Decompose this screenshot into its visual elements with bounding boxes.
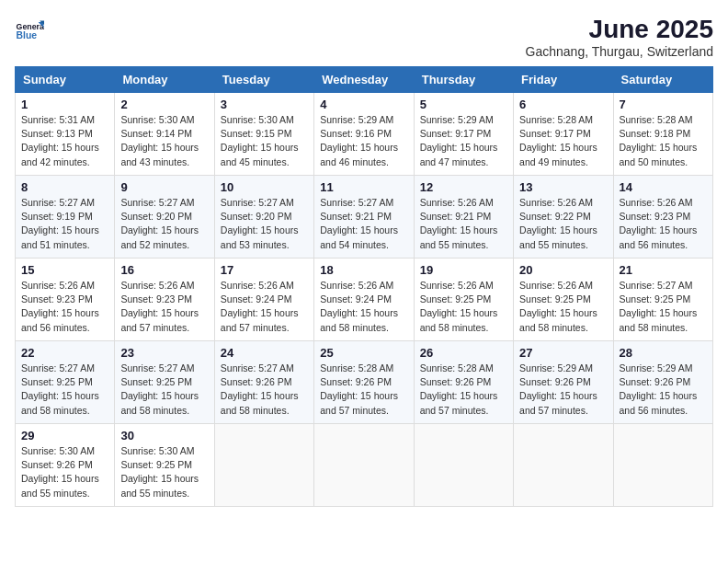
sunset-label: Sunset: 9:25 PM [120,376,192,387]
calendar-cell: 25 Sunrise: 5:28 AM Sunset: 9:26 PM Dayl… [314,341,414,424]
sunset-label: Sunset: 9:20 PM [221,211,292,222]
sunset-label: Sunset: 9:15 PM [221,128,292,139]
calendar-cell: 22 Sunrise: 5:27 AM Sunset: 9:25 PM Dayl… [16,341,115,424]
sunrise-label: Sunrise: 5:26 AM [320,280,393,291]
daylight-label: Daylight: 15 hours [221,142,299,153]
day-info: Sunrise: 5:26 AM Sunset: 9:23 PM Dayligh… [21,279,108,335]
day-info: Sunrise: 5:29 AM Sunset: 9:16 PM Dayligh… [320,113,407,169]
daylight-label: Daylight: 15 hours [420,307,498,318]
day-number: 29 [21,429,108,442]
daylight-minutes: and 45 minutes. [221,156,290,167]
daylight-label: Daylight: 15 hours [519,142,597,153]
daylight-label: Daylight: 15 hours [320,307,398,318]
sunrise-label: Sunrise: 5:28 AM [620,114,693,125]
daylight-minutes: and 54 minutes. [320,239,389,250]
day-number: 15 [21,263,108,277]
day-number: 16 [120,263,208,277]
daylight-minutes: and 58 minutes. [620,322,688,333]
sunset-label: Sunset: 9:25 PM [519,293,591,304]
daylight-minutes: and 55 minutes. [120,488,189,499]
sunrise-label: Sunrise: 5:27 AM [21,362,95,373]
day-info: Sunrise: 5:26 AM Sunset: 9:23 PM Dayligh… [120,279,208,335]
sunrise-label: Sunrise: 5:27 AM [21,197,95,208]
daylight-minutes: and 55 minutes. [420,239,489,250]
calendar-header-row: Sunday Monday Tuesday Wednesday Thursday… [16,67,713,93]
day-number: 11 [320,180,407,194]
sunset-label: Sunset: 9:17 PM [420,128,492,139]
calendar-cell: 19 Sunrise: 5:26 AM Sunset: 9:25 PM Dayl… [414,259,513,341]
daylight-minutes: and 57 minutes. [519,405,588,416]
sunrise-label: Sunrise: 5:28 AM [519,114,593,125]
day-info: Sunrise: 5:26 AM Sunset: 9:23 PM Dayligh… [620,196,707,252]
daylight-minutes: and 58 minutes. [21,405,90,416]
daylight-label: Daylight: 15 hours [320,224,398,236]
daylight-label: Daylight: 15 hours [21,307,99,318]
calendar-cell [214,424,313,507]
daylight-minutes: and 57 minutes. [420,405,489,416]
daylight-label: Daylight: 15 hours [21,224,99,236]
daylight-label: Daylight: 15 hours [519,390,597,401]
sunrise-label: Sunrise: 5:26 AM [221,280,294,291]
svg-text:Blue: Blue [17,30,38,40]
daylight-minutes: and 56 minutes. [620,239,688,250]
day-number: 3 [221,98,308,111]
sunrise-label: Sunrise: 5:27 AM [221,197,294,208]
sunrise-label: Sunrise: 5:29 AM [620,362,693,373]
day-info: Sunrise: 5:29 AM Sunset: 9:17 PM Dayligh… [420,113,507,169]
sunrise-label: Sunrise: 5:27 AM [120,362,194,373]
day-number: 2 [120,98,208,111]
sunset-label: Sunset: 9:21 PM [320,211,392,222]
calendar-table: Sunday Monday Tuesday Wednesday Thursday… [15,66,713,507]
sunrise-label: Sunrise: 5:29 AM [420,114,494,125]
sunset-label: Sunset: 9:25 PM [120,459,192,470]
daylight-minutes: and 56 minutes. [21,322,90,333]
day-info: Sunrise: 5:28 AM Sunset: 9:17 PM Dayligh… [519,113,607,169]
calendar-cell: 29 Sunrise: 5:30 AM Sunset: 9:26 PM Dayl… [16,424,115,507]
location-subtitle: Gachnang, Thurgau, Switzerland [526,44,713,59]
daylight-minutes: and 55 minutes. [21,488,90,499]
sunrise-label: Sunrise: 5:27 AM [221,362,294,373]
daylight-label: Daylight: 15 hours [120,307,199,318]
calendar-cell: 14 Sunrise: 5:26 AM Sunset: 9:23 PM Dayl… [613,176,712,259]
calendar-cell [613,424,712,507]
calendar-cell: 5 Sunrise: 5:29 AM Sunset: 9:17 PM Dayli… [414,93,513,176]
sunrise-label: Sunrise: 5:27 AM [320,197,393,208]
calendar-cell: 21 Sunrise: 5:27 AM Sunset: 9:25 PM Dayl… [613,259,712,341]
day-number: 5 [420,98,507,111]
daylight-minutes: and 42 minutes. [21,156,90,167]
week-row-2: 8 Sunrise: 5:27 AM Sunset: 9:19 PM Dayli… [16,176,713,259]
day-number: 6 [519,98,607,111]
day-info: Sunrise: 5:27 AM Sunset: 9:25 PM Dayligh… [21,362,108,418]
daylight-label: Daylight: 15 hours [620,390,698,401]
day-number: 30 [120,429,208,442]
sunset-label: Sunset: 9:26 PM [420,376,492,387]
calendar-cell: 2 Sunrise: 5:30 AM Sunset: 9:14 PM Dayli… [115,93,214,176]
calendar-cell: 17 Sunrise: 5:26 AM Sunset: 9:24 PM Dayl… [214,259,313,341]
sunrise-label: Sunrise: 5:29 AM [519,362,593,373]
sunrise-label: Sunrise: 5:30 AM [120,445,194,456]
calendar-cell [414,424,513,507]
day-number: 10 [221,180,308,194]
day-number: 1 [21,98,108,111]
day-info: Sunrise: 5:26 AM Sunset: 9:24 PM Dayligh… [221,279,308,335]
sunset-label: Sunset: 9:25 PM [21,376,93,387]
sunset-label: Sunset: 9:25 PM [620,293,691,304]
daylight-label: Daylight: 15 hours [21,142,99,153]
daylight-minutes: and 55 minutes. [519,239,588,250]
day-number: 4 [320,98,407,111]
sunrise-label: Sunrise: 5:28 AM [420,362,494,373]
day-info: Sunrise: 5:28 AM Sunset: 9:26 PM Dayligh… [420,362,507,418]
col-tuesday: Tuesday [214,67,313,93]
sunset-label: Sunset: 9:24 PM [320,293,392,304]
calendar-cell: 10 Sunrise: 5:27 AM Sunset: 9:20 PM Dayl… [214,176,313,259]
day-info: Sunrise: 5:30 AM Sunset: 9:26 PM Dayligh… [21,444,108,500]
day-number: 23 [120,346,208,360]
daylight-minutes: and 57 minutes. [320,405,389,416]
sunset-label: Sunset: 9:21 PM [420,211,492,222]
calendar-cell: 9 Sunrise: 5:27 AM Sunset: 9:20 PM Dayli… [115,176,214,259]
col-monday: Monday [115,67,214,93]
sunrise-label: Sunrise: 5:31 AM [21,114,95,125]
day-number: 24 [221,346,308,360]
calendar-cell: 4 Sunrise: 5:29 AM Sunset: 9:16 PM Dayli… [314,93,414,176]
col-thursday: Thursday [414,67,513,93]
